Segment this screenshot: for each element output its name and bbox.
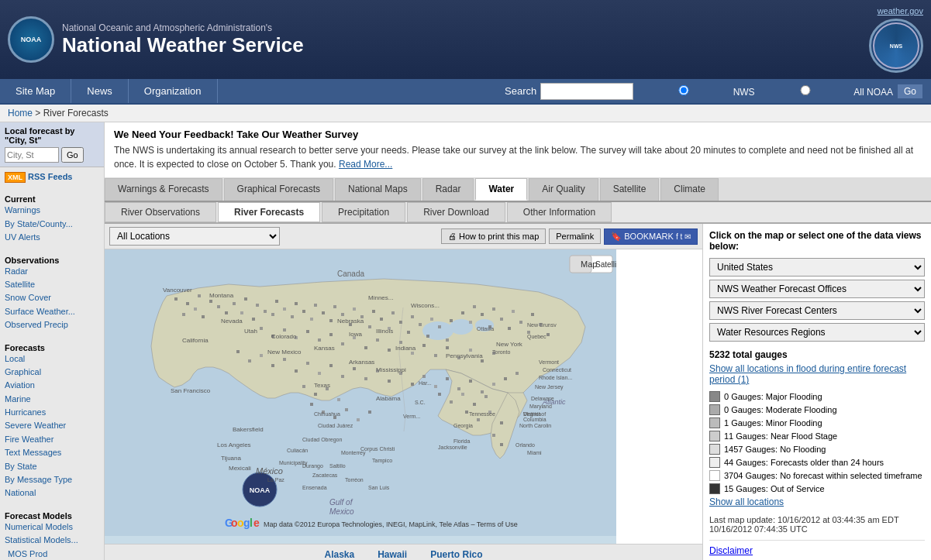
weather-gov-link[interactable]: weather.gov [878, 6, 923, 15]
subtab-other-information[interactable]: Other Information [507, 202, 612, 222]
sidebar-statistical-models[interactable]: Statistical Models... [5, 534, 99, 547]
svg-rect-45 [419, 323, 422, 326]
tab-radar[interactable]: Radar [422, 178, 474, 201]
svg-rect-74 [364, 346, 367, 349]
location-select[interactable]: All Locations Alaska Hawaii Puerto Rico [109, 227, 280, 246]
svg-rect-14 [217, 305, 220, 308]
svg-rect-105 [457, 387, 460, 390]
subtab-river-observations[interactable]: River Observations [105, 202, 216, 222]
legend-color-out-of-service [709, 483, 720, 494]
tab-national-maps[interactable]: National Maps [335, 178, 421, 201]
svg-text:Florida: Florida [453, 438, 471, 444]
breadcrumb-home[interactable]: Home [8, 108, 33, 119]
nws-rfc-select[interactable]: NWS River Forecast Centers [709, 301, 925, 320]
svg-rect-125 [337, 398, 340, 401]
breadcrumb: Home > River Forecasts [0, 105, 931, 122]
svg-rect-34 [353, 307, 356, 311]
radio-all-noaa[interactable] [759, 85, 852, 95]
sidebar-by-state-county[interactable]: By State/County... [5, 218, 99, 231]
social-icons: f t ✉ [676, 232, 691, 241]
xml-badge: XML [5, 172, 26, 183]
content-area: We Need Your Feedback! Take Our Weather … [105, 122, 931, 560]
sidebar-numerical-models[interactable]: Numerical Models [5, 520, 99, 534]
search-go-button[interactable]: Go [897, 84, 923, 99]
dropdown-row-wfo: NWS Weather Forecast Offices [709, 280, 925, 298]
tab-water[interactable]: Water [475, 178, 527, 201]
survey-read-more[interactable]: Read More... [339, 159, 392, 170]
sidebar-satellite[interactable]: Satellite [5, 278, 99, 291]
water-resources-select[interactable]: Water Resources Regions [709, 323, 925, 342]
svg-text:Kansas: Kansas [314, 345, 335, 352]
print-map-button[interactable]: 🖨 How to print this map [441, 228, 546, 244]
svg-rect-99 [388, 380, 391, 383]
sidebar-graphical[interactable]: Graphical [5, 366, 99, 379]
sidebar-national[interactable]: National [5, 486, 99, 500]
radio-nws[interactable] [637, 85, 730, 95]
subtab-river-download[interactable]: River Download [407, 202, 505, 222]
sidebar-local[interactable]: Local [5, 352, 99, 366]
tab-satellite[interactable]: Satellite [600, 178, 660, 201]
sidebar-hurricanes[interactable]: Hurricanes [5, 406, 99, 419]
svg-rect-76 [388, 349, 391, 352]
legend-label-no-flooding: 1457 Gauges: No Flooding [724, 445, 826, 454]
legend-color-no-flooding [709, 444, 720, 455]
sidebar-surface-weather[interactable]: Surface Weather... [5, 305, 99, 318]
svg-text:Wiscons...: Wiscons... [411, 302, 440, 309]
show-all-link[interactable]: Show all locations [709, 496, 784, 507]
sidebar-fire-weather[interactable]: Fire Weather [5, 433, 99, 446]
subtab-river-forecasts[interactable]: River Forecasts [218, 202, 320, 222]
permalink-button[interactable]: Permalink [549, 228, 601, 244]
sidebar-mos-prod[interactable]: MOS Prod [5, 548, 99, 560]
sidebar-text-messages[interactable]: Text Messages [5, 446, 99, 459]
tab-air-quality[interactable]: Air Quality [529, 178, 598, 201]
legend-item-old-forecast: 44 Gauges: Forecasts older than 24 hours [709, 457, 925, 468]
rss-feeds-link[interactable]: RSS Feeds [28, 170, 72, 184]
legend-label-no-forecast: 3704 Gauges: No forecast within selected… [724, 471, 922, 480]
sidebar-by-message-type[interactable]: By Message Type [5, 473, 99, 486]
forecast-models-title: Forecast Models [5, 511, 99, 520]
puerto-rico-link[interactable]: Puerto Rico [430, 549, 482, 560]
local-forecast-go[interactable]: Go [61, 147, 84, 163]
disclaimer-anchor[interactable]: Disclaimer [709, 545, 753, 556]
svg-text:Pennsylvania: Pennsylvania [446, 352, 483, 359]
hawaii-link[interactable]: Hawaii [378, 549, 407, 560]
sidebar-by-state[interactable]: By State [5, 460, 99, 473]
sidebar-observed-precip[interactable]: Observed Precip [5, 318, 99, 332]
svg-text:Arkansas: Arkansas [349, 359, 374, 366]
svg-rect-97 [364, 377, 367, 380]
tab-warnings-forecasts[interactable]: Warnings & Forecasts [105, 178, 222, 201]
svg-text:Orlando: Orlando [515, 442, 535, 448]
city-st-input[interactable] [5, 147, 59, 163]
bookmark-button[interactable]: 🔖 BOOKMARK f t ✉ [604, 228, 698, 245]
legend: 0 Gauges: Major Flooding 0 Gauges: Moder… [709, 391, 925, 494]
sidebar-uv-alerts[interactable]: UV Alerts [5, 231, 99, 244]
nav-item-organization[interactable]: Organization [129, 79, 218, 103]
sidebar-snow-cover[interactable]: Snow Cover [5, 291, 99, 304]
sidebar-severe-weather[interactable]: Severe Weather [5, 419, 99, 432]
sidebar-warnings[interactable]: Warnings [5, 204, 99, 217]
united-states-select[interactable]: United States [709, 258, 925, 277]
sidebar-radar[interactable]: Radar [5, 265, 99, 278]
sidebar-marine[interactable]: Marine [5, 393, 99, 406]
nav-item-news[interactable]: News [71, 79, 129, 103]
svg-text:Tijuana: Tijuana [221, 455, 241, 462]
nav-item-sitemap[interactable]: Site Map [0, 79, 71, 103]
svg-rect-61 [531, 313, 534, 316]
alaska-link[interactable]: Alaska [324, 549, 354, 560]
svg-rect-57 [500, 318, 503, 321]
svg-rect-89 [271, 364, 274, 367]
svg-rect-111 [438, 393, 441, 396]
nws-wfo-select[interactable]: NWS Weather Forecast Offices [709, 280, 925, 298]
flood-link[interactable]: Show all locations in flood during entir… [709, 363, 906, 385]
map-svg: Map Satellite NOAA G o o g l e Map da [105, 249, 616, 536]
tab-graphical-forecasts[interactable]: Graphical Forecasts [224, 178, 333, 201]
tab-climate[interactable]: Climate [660, 178, 719, 201]
search-input[interactable] [540, 83, 633, 100]
subtab-precipitation[interactable]: Precipitation [322, 202, 405, 222]
svg-text:Har...: Har... [419, 380, 432, 386]
legend-item-moderate: 0 Gauges: Moderate Flooding [709, 404, 925, 415]
us-map[interactable]: Map Satellite NOAA G o o g l e Map da [105, 249, 616, 544]
svg-text:Colorado: Colorado [271, 333, 297, 340]
breadcrumb-current: River Forecasts [43, 108, 109, 119]
sidebar-aviation[interactable]: Aviation [5, 379, 99, 392]
